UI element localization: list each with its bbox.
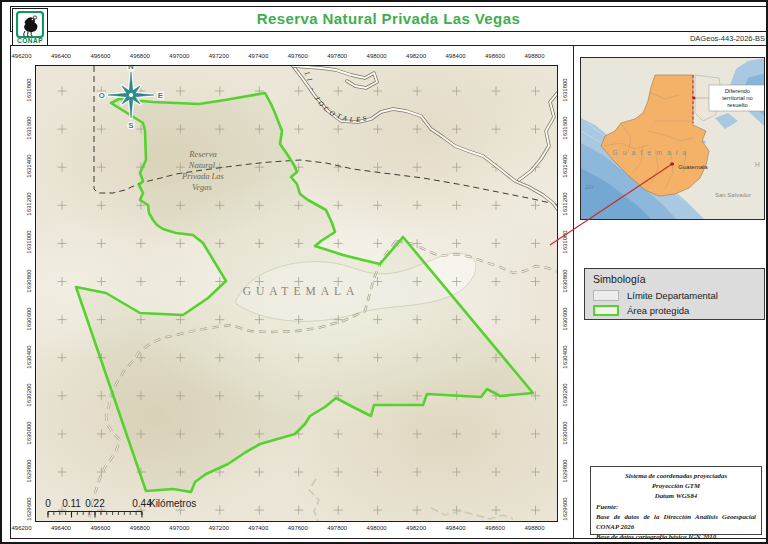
- inset-locator-map: Diferendo territorial no resuelto G u a …: [580, 57, 765, 220]
- area-label-line1: Reserva: [188, 149, 216, 159]
- compass-center: [128, 92, 133, 97]
- coordinate-label: 1630200: [26, 383, 32, 406]
- san-salvador-label: San Salvador: [715, 192, 751, 198]
- area-label-line3: Privada Las: [181, 171, 224, 181]
- coordinate-label: 496200: [11, 53, 31, 59]
- coordinate-label: 498800: [524, 525, 544, 531]
- roads-layer: [293, 66, 558, 211]
- department-label: GUATEMALA: [243, 285, 360, 297]
- coordinate-label: 1630400: [26, 345, 32, 368]
- coordinate-label: 498400: [446, 525, 466, 531]
- header-bar: Reserva Natural Privada Las Vegas: [10, 6, 767, 32]
- legend-item-label: Límite Departamental: [627, 290, 718, 301]
- coordinate-label: 1631800: [562, 78, 568, 101]
- page-title: Reserva Natural Privada Las Vegas: [11, 7, 766, 31]
- compass-n: N: [128, 66, 134, 71]
- coordinate-label: 496800: [130, 525, 150, 531]
- conap-logo: CONAP: [12, 8, 48, 46]
- credits-line: Proyección GTM: [596, 481, 756, 491]
- coordinate-label: 1631600: [26, 116, 32, 139]
- coordinate-label: 1630000: [562, 421, 568, 444]
- area-label-line4: Vegas: [192, 182, 213, 192]
- map-document-page: Reserva Natural Privada Las Vegas CONAP …: [0, 0, 768, 544]
- coordinate-label: 1631200: [562, 193, 568, 216]
- coordinate-label: 1631800: [26, 78, 32, 101]
- coordinate-label: 498600: [485, 53, 505, 59]
- quetzal-logo-icon: [16, 11, 44, 38]
- inset-city-label: Guatemala: [678, 164, 708, 170]
- map-svg: LI - JOCOTALES GUATEMALA Reserva Natural…: [36, 66, 558, 522]
- inset-svg: Diferendo territorial no resuelto G u a …: [581, 58, 765, 220]
- conap-logo-text: CONAP: [13, 37, 47, 44]
- compass-e: E: [158, 91, 164, 100]
- coordinate-label: 1629800: [26, 459, 32, 482]
- scalebar-label: 0: [45, 498, 51, 509]
- credits-line: Base de datos cartografía básica IGN 201…: [596, 532, 756, 542]
- inset-country-label: G u a t e m a l a: [612, 149, 687, 156]
- coordinate-label: 497600: [288, 53, 308, 59]
- credits-line: Sistema de coordenadas proyectadas: [596, 471, 756, 481]
- coordinate-label: 496400: [51, 525, 71, 531]
- coordinate-label: 497800: [327, 53, 347, 59]
- coordinate-label: 497200: [209, 525, 229, 531]
- limite-departamental-swatch: [593, 290, 619, 301]
- credits-line: Base de datos de la Dirección Análisis G…: [596, 512, 756, 532]
- compass-o: O: [98, 91, 104, 100]
- note-line3: resuelto: [727, 102, 748, 108]
- area-protegida-swatch: [593, 305, 619, 316]
- legend-item-label: Área protegida: [627, 305, 689, 316]
- coordinate-label: 1631000: [562, 231, 568, 254]
- coordinate-label: 498200: [406, 53, 426, 59]
- note-anchor-dot: [692, 96, 695, 99]
- note-line2: territorial no: [722, 95, 753, 101]
- coordinate-label: 1631400: [562, 155, 568, 178]
- coordinate-label: 497800: [327, 525, 347, 531]
- coordinate-label: 498600: [485, 525, 505, 531]
- coordinate-label: 496800: [130, 53, 150, 59]
- coordinate-label: 498200: [406, 525, 426, 531]
- coordinate-label: 497600: [288, 525, 308, 531]
- coordinate-label: 1630400: [562, 345, 568, 368]
- honduras-label: H o: [755, 161, 765, 168]
- scalebar-unit: Kilómetros: [149, 498, 196, 509]
- coordinate-label: 1629600: [562, 497, 568, 520]
- coordinate-label: 1630600: [562, 307, 568, 330]
- coordinate-label: 1630800: [562, 269, 568, 292]
- scalebar-label: 0.22: [85, 498, 105, 509]
- coordinate-label: 1629800: [562, 459, 568, 482]
- coordinate-label: 498000: [367, 53, 387, 59]
- area-label-line2: Natural: [188, 160, 216, 170]
- depth-label: 22t: [584, 184, 594, 190]
- road-casing: [293, 66, 558, 211]
- scale-bar: 00.110.220.44Kilómetros: [45, 498, 196, 518]
- scalebar-label: 0.11: [62, 498, 81, 509]
- credits-box: Sistema de coordenadas proyectadas Proye…: [590, 466, 762, 535]
- legend: Simbología Límite Departamental Área pro…: [584, 268, 765, 320]
- legend-item-area: Área protegida: [593, 303, 756, 318]
- coordinate-label: 496600: [90, 525, 110, 531]
- compass-s: S: [128, 121, 134, 130]
- coordinate-label: 496600: [90, 53, 110, 59]
- coordinate-label: 1630600: [26, 307, 32, 330]
- coordinate-label: 1631600: [562, 116, 568, 139]
- column-divider: [573, 45, 574, 539]
- legend-title: Simbología: [593, 273, 756, 285]
- coordinate-label: 1630200: [562, 383, 568, 406]
- road-casing: [519, 91, 558, 180]
- coordinate-label: 498400: [446, 53, 466, 59]
- coordinate-label: 1631400: [26, 155, 32, 178]
- coordinate-label: 1631000: [26, 231, 32, 254]
- minor-trail: [431, 508, 513, 519]
- coordinate-label: 497400: [248, 525, 268, 531]
- credits-line: Datum WGS84: [596, 491, 756, 501]
- coordinate-label: 497000: [169, 53, 189, 59]
- coordinate-label: 497400: [248, 53, 268, 59]
- coordinate-label: 1630000: [26, 421, 32, 444]
- city-marker: [672, 163, 674, 165]
- legend-item-limite: Límite Departamental: [593, 288, 756, 303]
- coordinate-label: 496400: [51, 53, 71, 59]
- coordinate-label: 496200: [11, 525, 31, 531]
- document-code: DAGeos-443-2026-BS: [573, 34, 765, 43]
- coordinate-label: 497200: [209, 53, 229, 59]
- coordinate-label: 497000: [169, 525, 189, 531]
